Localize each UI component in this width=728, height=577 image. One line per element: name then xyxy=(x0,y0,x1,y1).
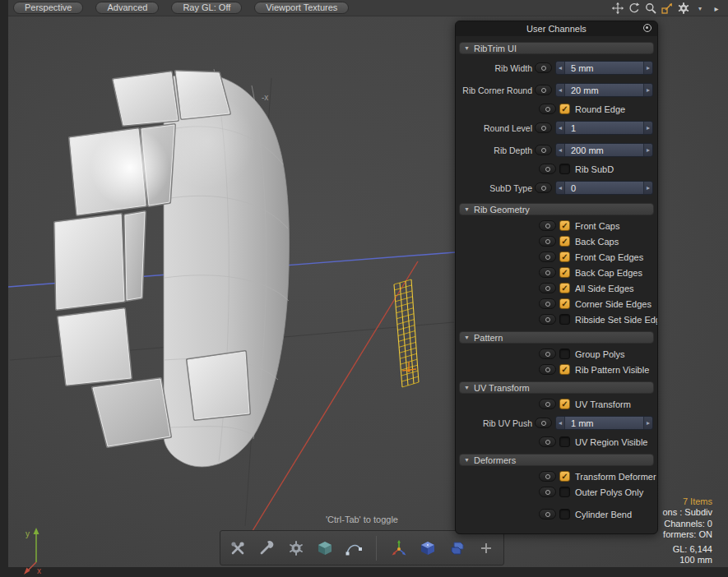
rib-subd-checkbox[interactable] xyxy=(559,164,570,174)
viewport-button-advanced[interactable]: Advanced xyxy=(95,2,159,14)
rib-width-field[interactable]: ◂5 mm▸ xyxy=(555,61,653,75)
status-line: formers: ON xyxy=(662,529,712,540)
channel-envelope-button[interactable] xyxy=(539,349,556,359)
channel-envelope-button[interactable] xyxy=(539,509,556,519)
flyout-arrow-icon[interactable]: ▸ xyxy=(709,1,724,16)
mesh-object[interactable] xyxy=(55,69,289,467)
increment-arrow-icon[interactable]: ▸ xyxy=(643,417,652,429)
panel-title-bar[interactable]: User Channels xyxy=(456,21,657,36)
channel-row-group-polys: Group Polys xyxy=(458,346,655,362)
rib-corner-round-field[interactable]: ◂20 mm▸ xyxy=(555,83,653,97)
channel-envelope-button[interactable] xyxy=(535,145,552,155)
back-caps-checkbox[interactable]: ✓ xyxy=(559,236,570,247)
decrement-arrow-icon[interactable]: ◂ xyxy=(556,122,565,134)
zoom-view-icon[interactable] xyxy=(643,1,658,16)
viewport-button-ray-gl-off[interactable]: Ray GL: Off xyxy=(171,2,242,14)
back-cap-edges-checkbox[interactable]: ✓ xyxy=(559,267,570,278)
channel-row-cylinder-bend: Cylinder Bend xyxy=(458,506,655,522)
section-header-pattern[interactable]: ▼Pattern xyxy=(459,331,654,344)
rib-depth-field[interactable]: ◂200 mm▸ xyxy=(555,143,653,157)
channel-label: Ribside Set Side Edges xyxy=(575,315,657,325)
curve-tool-icon[interactable] xyxy=(343,537,364,559)
section-header-ribtrim-ui[interactable]: ▼RibTrim UI xyxy=(459,42,654,54)
channel-envelope-button[interactable] xyxy=(539,267,556,278)
viewport-settings-gear-icon[interactable] xyxy=(676,1,691,16)
channel-envelope-button[interactable] xyxy=(535,182,552,193)
channel-row-transform-deformer: ✓Transform Deformer xyxy=(458,469,655,484)
channel-envelope-button[interactable] xyxy=(539,236,556,247)
viewport-button-perspective[interactable]: Perspective xyxy=(13,2,83,14)
add-tool-button-icon[interactable] xyxy=(475,537,497,559)
increment-arrow-icon[interactable]: ▸ xyxy=(643,144,652,156)
envelope-circle-icon xyxy=(541,148,546,153)
ribside-set-side-edges-checkbox[interactable] xyxy=(559,314,570,325)
envelope-circle-icon xyxy=(545,239,550,244)
channel-label: Front Cap Edges xyxy=(575,252,643,262)
channel-envelope-button[interactable] xyxy=(539,487,556,497)
decrement-arrow-icon[interactable]: ◂ xyxy=(556,182,565,194)
item-cube-tool-icon[interactable] xyxy=(417,537,438,559)
all-side-edges-checkbox[interactable]: ✓ xyxy=(559,283,570,293)
neg-x-axis-label: -x xyxy=(262,93,268,102)
front-cap-edges-checkbox[interactable]: ✓ xyxy=(559,252,570,262)
channel-envelope-button[interactable] xyxy=(539,283,556,293)
rib-uv-push-field[interactable]: ◂1 mm▸ xyxy=(555,416,653,430)
selected-rib-wireframe[interactable] xyxy=(394,279,419,387)
channel-envelope-button[interactable] xyxy=(539,298,556,309)
increment-arrow-icon[interactable]: ▸ xyxy=(643,182,652,194)
section-header-uv-transform[interactable]: ▼UV Transform xyxy=(459,381,654,394)
channel-envelope-button[interactable] xyxy=(539,399,556,409)
channel-envelope-button[interactable] xyxy=(535,418,552,428)
front-caps-checkbox[interactable]: ✓ xyxy=(559,220,570,231)
settings-caret-icon[interactable]: ▾ xyxy=(693,1,707,16)
section-header-deformers[interactable]: ▼Deformers xyxy=(459,454,654,466)
uv-transform-checkbox[interactable]: ✓ xyxy=(559,399,570,409)
channel-envelope-button[interactable] xyxy=(535,85,552,95)
channel-envelope-button[interactable] xyxy=(539,471,556,482)
channel-envelope-button[interactable] xyxy=(539,104,556,114)
increment-arrow-icon[interactable]: ▸ xyxy=(643,62,652,74)
channel-row-rib-corner-round: Rib Corner Round◂20 mm▸ xyxy=(458,79,655,101)
channel-envelope-button[interactable] xyxy=(539,220,556,231)
envelope-circle-icon xyxy=(545,286,550,291)
group-polys-checkbox[interactable] xyxy=(559,349,570,359)
section-header-rib-geometry[interactable]: ▼Rib Geometry xyxy=(459,203,654,215)
channel-envelope-button[interactable] xyxy=(539,164,556,174)
primitive-cube-tool-icon[interactable] xyxy=(314,537,336,559)
move-view-icon[interactable] xyxy=(610,1,625,16)
status-line: 100 mm xyxy=(662,555,712,565)
channel-envelope-button[interactable] xyxy=(535,62,552,73)
channel-envelope-button[interactable] xyxy=(539,364,556,375)
rib-pattern-visible-checkbox[interactable]: ✓ xyxy=(559,364,570,375)
corner-side-edges-checkbox[interactable]: ✓ xyxy=(559,298,570,309)
rotate-view-icon[interactable] xyxy=(627,1,642,16)
cylinder-bend-checkbox[interactable] xyxy=(559,509,570,519)
round-level-field[interactable]: ◂1▸ xyxy=(555,121,653,135)
fit-view-icon[interactable] xyxy=(660,1,675,16)
viewport-button-viewport-textures[interactable]: Viewport Textures xyxy=(254,2,349,14)
adjust-wrench-cross-tool-icon[interactable] xyxy=(227,537,248,559)
decrement-arrow-icon[interactable]: ◂ xyxy=(556,144,565,156)
outer-polys-only-checkbox[interactable] xyxy=(559,487,570,497)
gear-tool-icon[interactable] xyxy=(285,537,306,559)
channel-envelope-button[interactable] xyxy=(539,252,556,262)
field-value: 20 mm xyxy=(568,85,599,95)
channel-envelope-button[interactable] xyxy=(539,314,556,325)
panel-options-icon[interactable] xyxy=(643,24,651,32)
round-edge-checkbox[interactable]: ✓ xyxy=(559,104,570,114)
uv-region-visible-checkbox[interactable] xyxy=(559,436,570,447)
decrement-arrow-icon[interactable]: ◂ xyxy=(556,84,565,96)
transform-gizmo-tool-icon[interactable] xyxy=(388,537,410,559)
channel-row-rib-depth: Rib Depth◂200 mm▸ xyxy=(458,139,655,161)
subd-type-field[interactable]: ◂0▸ xyxy=(555,181,653,195)
status-line: ons : Subdiv xyxy=(662,507,712,518)
decrement-arrow-icon[interactable]: ◂ xyxy=(556,62,565,74)
decrement-arrow-icon[interactable]: ◂ xyxy=(556,417,565,429)
channel-envelope-button[interactable] xyxy=(539,436,556,447)
wrench-tool-icon[interactable] xyxy=(256,537,277,559)
increment-arrow-icon[interactable]: ▸ xyxy=(643,84,652,96)
transform-deformer-checkbox[interactable]: ✓ xyxy=(559,471,570,482)
increment-arrow-icon[interactable]: ▸ xyxy=(643,122,652,134)
channel-envelope-button[interactable] xyxy=(535,122,552,133)
mesh-stack-tool-icon[interactable] xyxy=(447,537,468,559)
